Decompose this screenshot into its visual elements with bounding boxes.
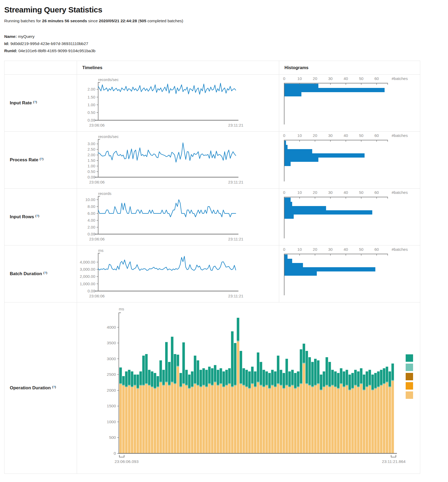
- query-name-line: Name: myQuery: [4, 33, 444, 40]
- svg-text:50: 50: [359, 247, 364, 252]
- svg-text:#batches: #batches: [392, 247, 408, 252]
- svg-text:2500: 2500: [107, 372, 116, 377]
- operation-duration-label: Operation Duration: [10, 385, 51, 391]
- since-text: since: [87, 19, 99, 23]
- svg-text:10.00: 10.00: [85, 197, 95, 202]
- svg-text:10: 10: [297, 247, 302, 252]
- input-rate-histogram-chart[interactable]: 0102030405060#batches: [279, 75, 420, 132]
- svg-text:20: 20: [313, 190, 317, 195]
- batch-duration-histogram-chart[interactable]: 0102030405060#batches: [279, 246, 420, 302]
- svg-text:23:11:21.864: 23:11:21.864: [382, 459, 406, 464]
- id-label: Id:: [4, 41, 9, 46]
- process_rate_timeline-svg: records/sec3.002.502.001.501.000.500.002…: [77, 132, 252, 189]
- svg-text:30: 30: [328, 247, 333, 252]
- svg-text:2,000.00: 2,000.00: [80, 274, 95, 279]
- svg-text:records/sec: records/sec: [98, 77, 119, 82]
- operation_duration-svg: ms4000350030002500200015001000500023:06:…: [92, 305, 420, 472]
- name-value: myQuery: [17, 34, 34, 39]
- operation-duration-chart[interactable]: ms4000350030002500200015001000500023:06:…: [77, 302, 420, 474]
- svg-text:50: 50: [359, 133, 364, 138]
- legend-swatch-orange: [406, 382, 413, 390]
- svg-text:0: 0: [283, 247, 285, 252]
- svg-text:10: 10: [297, 190, 302, 195]
- svg-text:1.50: 1.50: [88, 158, 95, 163]
- svg-text:records/sec: records/sec: [98, 134, 119, 139]
- svg-text:60: 60: [374, 247, 379, 252]
- operation-duration-legend: [406, 354, 413, 401]
- svg-text:20: 20: [313, 247, 317, 252]
- svg-text:23:11:21: 23:11:21: [228, 294, 243, 298]
- row-label-operation-duration: Operation Duration (?): [4, 302, 77, 474]
- input_rate_histogram-svg: 0102030405060#batches: [280, 75, 418, 132]
- batches-count: 505: [139, 19, 146, 23]
- svg-text:2.00: 2.00: [88, 153, 95, 157]
- row-label-input-rows: Input Rows (?): [4, 189, 77, 246]
- svg-text:30: 30: [328, 190, 333, 195]
- svg-text:10: 10: [297, 133, 302, 138]
- legend-swatch-teal: [406, 354, 413, 362]
- svg-text:1.50: 1.50: [88, 95, 95, 99]
- svg-text:#batches: #batches: [392, 76, 408, 81]
- row-label-batch-duration: Batch Duration (?): [4, 246, 77, 302]
- input-rows-timeline-chart[interactable]: records10.008.006.004.002.000.0023:06:06…: [77, 189, 279, 246]
- input-rate-timeline-chart[interactable]: records/sec2.001.501.000.500.0023:06:062…: [77, 75, 279, 132]
- svg-text:10: 10: [297, 76, 302, 81]
- row-label-process-rate: Process Rate (?): [4, 132, 77, 189]
- svg-text:1500: 1500: [107, 404, 116, 408]
- svg-text:4,000.00: 4,000.00: [80, 260, 95, 264]
- svg-text:2.50: 2.50: [88, 147, 95, 151]
- svg-text:#batches: #batches: [392, 190, 408, 195]
- operation-duration-help-icon[interactable]: (?): [52, 385, 56, 389]
- page-title: Streaming Query Statistics: [4, 5, 444, 14]
- svg-text:20: 20: [313, 133, 317, 138]
- svg-text:50: 50: [359, 190, 364, 195]
- input-rows-label: Input Rows: [10, 214, 34, 220]
- svg-text:4000: 4000: [107, 325, 116, 329]
- svg-text:3500: 3500: [107, 341, 116, 345]
- svg-text:30: 30: [328, 133, 333, 138]
- query-runid-line: RunId: 04e101e6-8bf8-4165-9099-9104c951b…: [4, 47, 444, 54]
- svg-text:1.00: 1.00: [88, 164, 95, 168]
- svg-text:ms: ms: [98, 248, 103, 253]
- input_rows_timeline-svg: records10.008.006.004.002.000.0023:06:06…: [77, 189, 252, 246]
- running-prefix: Running batches for: [4, 19, 42, 23]
- svg-text:60: 60: [374, 190, 379, 195]
- svg-text:0: 0: [283, 133, 285, 138]
- input-rows-histogram-chart[interactable]: 0102030405060#batches: [279, 189, 420, 246]
- svg-text:#batches: #batches: [392, 133, 408, 138]
- svg-text:0: 0: [283, 190, 285, 195]
- svg-text:60: 60: [374, 76, 379, 81]
- legend-swatch-light-orange: [406, 391, 413, 399]
- svg-text:0.00: 0.00: [88, 232, 95, 236]
- svg-text:0.00: 0.00: [88, 118, 95, 122]
- batch-duration-help-icon[interactable]: (?): [43, 271, 47, 274]
- header-histograms: Histograms: [279, 61, 420, 75]
- input-rate-help-icon[interactable]: (?): [33, 100, 37, 104]
- svg-text:23:06:06: 23:06:06: [89, 237, 105, 241]
- svg-text:2.00: 2.00: [88, 225, 95, 229]
- svg-text:60: 60: [374, 133, 379, 138]
- svg-text:0: 0: [114, 451, 116, 456]
- process-rate-help-icon[interactable]: (?): [40, 157, 44, 160]
- batch_duration_timeline-svg: ms4,000.003,000.002,000.001,000.000.0023…: [77, 246, 252, 302]
- name-label: Name:: [4, 34, 17, 39]
- process-rate-timeline-chart[interactable]: records/sec3.002.502.001.501.000.500.002…: [77, 132, 279, 189]
- legend-swatch-dark-orange: [406, 373, 413, 380]
- batch-duration-timeline-chart[interactable]: ms4,000.003,000.002,000.001,000.000.0023…: [77, 246, 279, 302]
- process-rate-histogram-chart[interactable]: 0102030405060#batches: [279, 132, 420, 189]
- input_rows_histogram-svg: 0102030405060#batches: [280, 189, 418, 246]
- svg-text:40: 40: [343, 76, 348, 81]
- svg-text:0.00: 0.00: [88, 175, 95, 179]
- input-rows-help-icon[interactable]: (?): [35, 214, 39, 217]
- batches-suffix: completed batches): [146, 19, 183, 23]
- input-rate-label: Input Rate: [10, 100, 32, 106]
- start-time: 2020/05/21 22:44:28: [99, 19, 137, 23]
- svg-text:20: 20: [313, 76, 317, 81]
- svg-text:23:06:06: 23:06:06: [89, 123, 105, 127]
- batch_duration_histogram-svg: 0102030405060#batches: [280, 246, 418, 302]
- svg-text:1.00: 1.00: [88, 102, 95, 107]
- svg-text:23:11:21: 23:11:21: [228, 237, 243, 241]
- svg-text:0: 0: [283, 76, 285, 81]
- row-label-input-rate: Input Rate (?): [4, 75, 77, 132]
- header-timelines: Timelines: [77, 61, 279, 75]
